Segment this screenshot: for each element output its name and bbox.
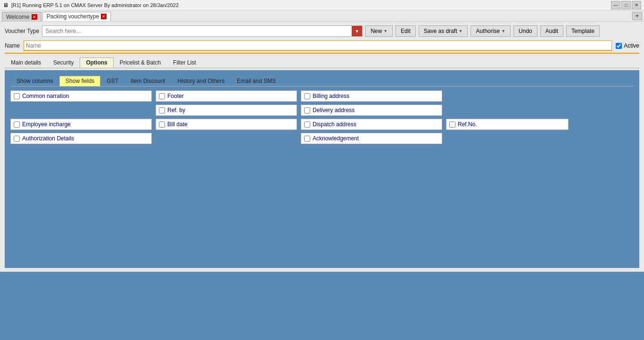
cb-billing-address-input[interactable] (304, 93, 310, 99)
checkbox-bill-date[interactable]: Bill date (156, 119, 297, 130)
cb-bill-date-input[interactable] (159, 121, 165, 128)
checkbox-row-3: Employee incharge Bill date Dispatch add… (10, 119, 634, 130)
cb-refno-input[interactable] (449, 121, 455, 128)
new-dropdown-arrow[interactable]: ▼ (383, 29, 388, 33)
active-label: Active (624, 42, 639, 49)
app-icon: 🖥 (3, 2, 8, 8)
main-content: Voucher Type ▼ New ▼ Edit Save as draft … (0, 22, 644, 272)
tab-welcome-close[interactable]: ✕ (32, 14, 37, 20)
name-input[interactable] (24, 40, 612, 51)
authorise-button[interactable]: Authorise ▼ (471, 25, 511, 37)
checkbox-employee-incharge[interactable]: Employee incharge (10, 119, 152, 130)
cb-refby-input[interactable] (159, 107, 165, 113)
audit-button[interactable]: Audit (540, 25, 563, 37)
template-button[interactable]: Template (566, 25, 600, 37)
cb-delivery-address-label: Delivery address (313, 107, 355, 113)
save-as-draft-button[interactable]: Save as draft ▼ (419, 25, 468, 37)
tab-email-sms[interactable]: Email and SMS (231, 76, 282, 86)
cb-authorization-details-label: Authorization Details (22, 135, 74, 142)
name-row: Name Active (5, 40, 639, 54)
secondary-tabs: Show columns Show fields GST Item Discou… (10, 76, 634, 87)
tab-bar: Welcome ✕ Packing vouchertype ✕ + (0, 10, 644, 22)
close-button[interactable]: ✕ (632, 1, 641, 9)
minimize-button[interactable]: — (611, 1, 620, 9)
checkbox-authorization-details[interactable]: Authorization Details (10, 133, 152, 144)
empty-col-row2 (10, 105, 152, 116)
checkbox-row-4: Authorization Details Acknowledgement (10, 133, 634, 144)
title-text: [R1] Running ERP 5.1 on CMAX Server By a… (11, 2, 179, 8)
tab-packing-close[interactable]: ✕ (101, 14, 107, 19)
cb-acknowledgement-input[interactable] (304, 136, 310, 142)
empty-col-row4 (156, 133, 297, 144)
cb-bill-date-label: Bill date (167, 121, 188, 128)
cb-acknowledgement-label: Acknowledgement (313, 135, 359, 142)
cb-dispatch-address-label: Dispatch address (313, 121, 356, 128)
cb-billing-address-label: Billing address (313, 93, 349, 99)
tab-filter-list[interactable]: Filter List (167, 57, 202, 68)
primary-tabs: Main details Security Options Pricelist … (5, 57, 639, 68)
tab-gst[interactable]: GST (100, 76, 124, 86)
active-checkbox[interactable] (616, 43, 622, 49)
save-draft-dropdown-arrow[interactable]: ▼ (459, 29, 463, 33)
cb-employee-incharge-input[interactable] (14, 121, 20, 128)
tab-add-button[interactable]: + (632, 12, 642, 20)
title-bar: 🖥 [R1] Running ERP 5.1 on CMAX Server By… (0, 0, 644, 10)
authorise-dropdown-arrow[interactable]: ▼ (501, 29, 505, 33)
voucher-type-search[interactable]: ▼ (42, 25, 363, 37)
checkbox-refno[interactable]: Ref.No. (446, 119, 569, 130)
restore-button[interactable]: □ (621, 1, 631, 9)
active-checkbox-container: Active (616, 42, 639, 49)
checkbox-common-narration[interactable]: Common narration (10, 90, 152, 102)
checkbox-row-2: Ref. by Delivery address (10, 105, 634, 116)
search-input[interactable] (42, 26, 352, 36)
new-button[interactable]: New ▼ (365, 25, 393, 37)
checkbox-refby[interactable]: Ref. by (156, 105, 297, 116)
search-dropdown-arrow[interactable]: ▼ (352, 26, 362, 36)
cb-refby-label: Ref. by (167, 107, 185, 113)
cb-footer-input[interactable] (159, 93, 165, 99)
cb-dispatch-address-input[interactable] (304, 121, 310, 128)
cb-common-narration-input[interactable] (14, 93, 20, 99)
voucher-type-label: Voucher Type (5, 28, 39, 34)
cb-common-narration-label: Common narration (22, 93, 69, 99)
tab-pricelist-batch[interactable]: Pricelist & Batch (114, 57, 167, 68)
cb-authorization-details-input[interactable] (14, 136, 20, 142)
options-content: Show columns Show fields GST Item Discou… (5, 70, 639, 268)
tab-welcome[interactable]: Welcome ✕ (2, 12, 41, 21)
toolbar: Voucher Type ▼ New ▼ Edit Save as draft … (5, 25, 639, 37)
cb-employee-incharge-label: Employee incharge (22, 121, 71, 128)
tab-show-columns[interactable]: Show columns (10, 76, 59, 86)
tab-packing-label: Packing vouchertype (47, 13, 99, 20)
checkbox-billing-address[interactable]: Billing address (301, 90, 442, 102)
cb-footer-label: Footer (167, 93, 184, 99)
tab-options[interactable]: Options (80, 57, 113, 68)
undo-button[interactable]: Undo (513, 25, 537, 37)
tab-main-details[interactable]: Main details (5, 57, 47, 68)
name-label: Name (5, 42, 20, 49)
checkbox-delivery-address[interactable]: Delivery address (301, 105, 442, 116)
tab-security[interactable]: Security (47, 57, 80, 68)
tab-item-discount[interactable]: Item Discount (124, 76, 171, 86)
checkbox-row-1: Common narration Footer Billing address (10, 90, 634, 102)
edit-button[interactable]: Edit (396, 25, 416, 37)
cb-refno-label: Ref.No. (458, 121, 477, 128)
tab-show-fields[interactable]: Show fields (59, 76, 100, 86)
tab-packing-vouchertype[interactable]: Packing vouchertype ✕ (42, 12, 111, 21)
tab-welcome-label: Welcome (6, 14, 30, 20)
checkbox-dispatch-address[interactable]: Dispatch address (301, 119, 442, 130)
checkbox-acknowledgement[interactable]: Acknowledgement (301, 133, 442, 144)
checkbox-footer[interactable]: Footer (156, 90, 297, 102)
cb-delivery-address-input[interactable] (304, 107, 310, 113)
tab-history-others[interactable]: History and Others (171, 76, 231, 86)
